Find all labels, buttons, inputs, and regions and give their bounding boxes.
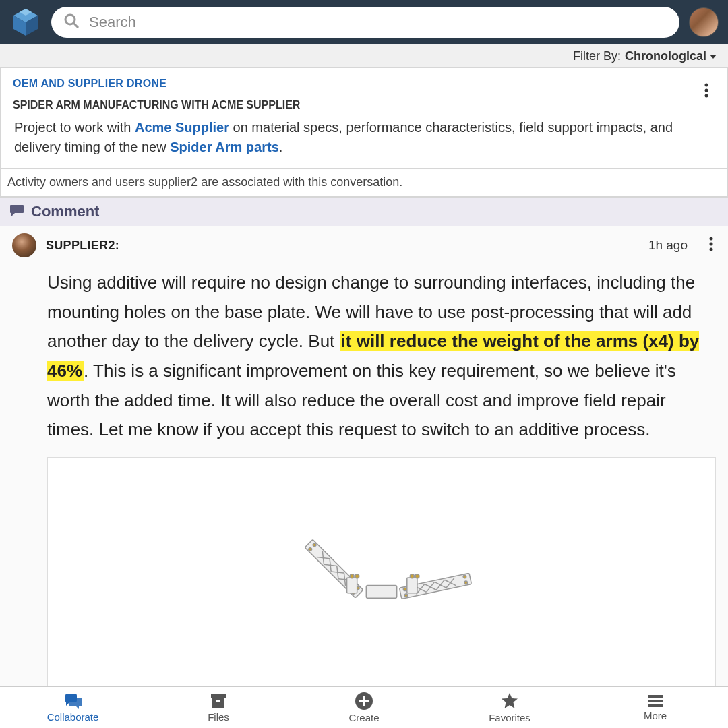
search-icon [63, 13, 80, 32]
plus-circle-icon [355, 692, 373, 710]
attachment-image [181, 509, 582, 662]
svg-rect-53 [648, 695, 663, 698]
svg-point-8 [705, 89, 708, 92]
app-logo[interactable] [9, 6, 42, 38]
link-spider-arm[interactable]: Spider Arm parts [170, 140, 279, 154]
post-body: Using additive will require no design ch… [12, 263, 716, 457]
svg-rect-41 [407, 578, 417, 593]
star-icon [500, 692, 519, 710]
nav-create[interactable]: Create [291, 687, 437, 728]
svg-rect-55 [648, 704, 663, 707]
svg-marker-6 [710, 55, 717, 59]
svg-rect-47 [212, 698, 224, 708]
nav-label: Create [348, 712, 379, 723]
content-area: Filter By: Chronological OEM AND SUPPLIE… [0, 44, 728, 686]
archive-icon [210, 692, 227, 710]
thread-card: OEM AND SUPPLIER DRONE SPIDER ARM MANUFA… [0, 67, 728, 197]
chat-icon [63, 692, 83, 710]
post-attachment[interactable] [47, 457, 716, 686]
user-avatar[interactable] [689, 7, 719, 37]
post-text: . This is a significant improvement on t… [47, 361, 676, 439]
svg-point-4 [65, 15, 75, 24]
svg-point-30 [463, 574, 466, 578]
svg-point-44 [410, 574, 414, 578]
svg-point-28 [403, 587, 406, 590]
poster-avatar[interactable] [12, 233, 36, 257]
cube-icon [9, 6, 42, 38]
breadcrumb[interactable]: OEM AND SUPPLIER DRONE [13, 78, 715, 90]
svg-point-42 [350, 574, 354, 578]
svg-marker-52 [502, 693, 518, 708]
svg-point-31 [464, 580, 468, 584]
bottom-nav: Collaborate Files Create Favorites More [0, 686, 728, 728]
svg-rect-40 [347, 578, 357, 593]
post-menu-button[interactable] [709, 237, 713, 254]
nav-label: More [644, 710, 667, 721]
svg-rect-13 [366, 585, 396, 598]
svg-point-9 [705, 94, 708, 98]
filter-value-text: Chronological [625, 49, 706, 63]
nav-favorites[interactable]: Favorites [437, 687, 582, 728]
svg-point-45 [415, 574, 419, 578]
post: SUPPLIER2: 1h ago Using additive will re… [0, 226, 728, 686]
association-row: Activity owners and users supplier2 are … [1, 168, 727, 196]
comment-icon [9, 204, 24, 220]
link-acme-supplier[interactable]: Acme Supplier [135, 120, 229, 135]
post-time: 1h ago [648, 238, 688, 253]
thread-header: OEM AND SUPPLIER DRONE SPIDER ARM MANUFA… [1, 68, 727, 168]
thread-description: Project to work with Acme Supplier on ma… [13, 118, 715, 157]
menu-icon [646, 694, 664, 708]
nav-collaborate[interactable]: Collaborate [0, 687, 146, 728]
post-header: SUPPLIER2: 1h ago [12, 233, 716, 263]
comment-action[interactable]: Comment [0, 197, 728, 226]
svg-point-43 [355, 574, 359, 578]
nav-label: Favorites [489, 712, 530, 723]
comment-label: Comment [31, 203, 99, 220]
nav-more[interactable]: More [582, 687, 728, 728]
poster-name: SUPPLIER2: [46, 239, 119, 253]
svg-point-7 [705, 84, 708, 87]
svg-point-10 [710, 237, 713, 241]
desc-text: . [279, 140, 283, 154]
search-input[interactable] [51, 7, 679, 38]
filter-row: Filter By: Chronological [0, 44, 728, 67]
svg-line-5 [73, 23, 78, 28]
filter-dropdown[interactable]: Chronological [625, 49, 717, 63]
svg-point-12 [710, 248, 713, 251]
search-wrap [51, 7, 679, 38]
desc-text: Project to work with [14, 120, 135, 135]
thread-title: SPIDER ARM MANUFACTURING WITH ACME SUPPL… [13, 99, 715, 111]
caret-down-icon [709, 49, 717, 63]
top-bar [0, 0, 728, 44]
nav-label: Collaborate [47, 711, 99, 723]
nav-files[interactable]: Files [146, 687, 291, 728]
filter-label: Filter By: [573, 49, 621, 63]
nav-label: Files [208, 711, 229, 723]
thread-menu-button[interactable] [704, 83, 708, 100]
svg-point-29 [404, 593, 408, 597]
svg-point-11 [710, 243, 713, 246]
svg-rect-46 [211, 694, 226, 698]
svg-rect-51 [359, 700, 369, 702]
svg-rect-54 [648, 700, 663, 702]
svg-rect-48 [216, 700, 220, 702]
